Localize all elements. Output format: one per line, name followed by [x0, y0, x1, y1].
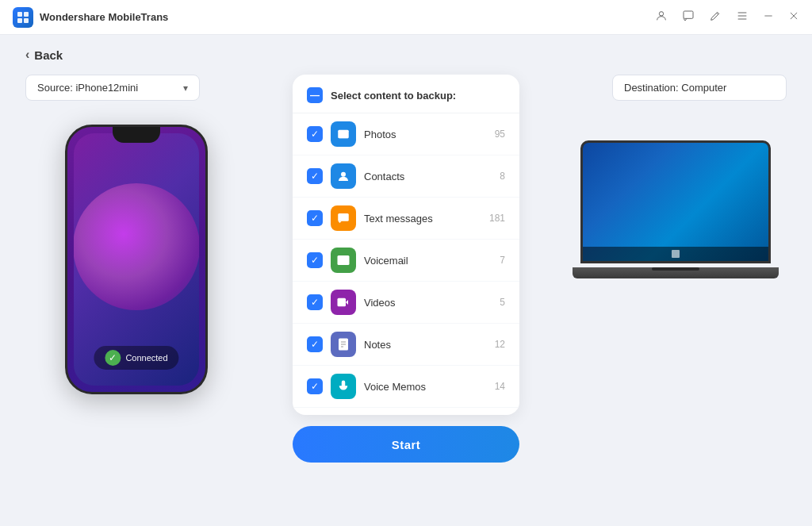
menu-icon[interactable]: [736, 10, 749, 25]
back-button[interactable]: ‹ Back: [25, 48, 787, 62]
phone-notch: [113, 127, 160, 143]
item-icon: [331, 163, 356, 189]
item-checkbox[interactable]: ✓: [307, 294, 323, 310]
list-item: ✓Photos95: [293, 113, 519, 155]
item-count: 5: [500, 297, 505, 308]
phone-device: ✓ Connected: [65, 125, 208, 394]
item-count: 95: [495, 129, 505, 140]
chat-icon[interactable]: [682, 10, 695, 25]
connected-label: Connected: [125, 353, 167, 363]
item-icon: [331, 290, 356, 315]
item-name: Voicemail: [364, 255, 492, 267]
svg-rect-5: [684, 11, 693, 18]
list-item: ✓Contacts8: [293, 155, 519, 198]
back-label: Back: [34, 48, 63, 62]
edit-icon[interactable]: [709, 10, 722, 25]
center-panel: Select content to backup: ✓Photos95✓Cont…: [291, 75, 521, 463]
partial-checkbox[interactable]: [307, 87, 323, 103]
svg-rect-3: [24, 18, 29, 23]
item-count: 12: [495, 339, 505, 350]
laptop-device: [573, 140, 779, 283]
svg-point-13: [340, 132, 343, 134]
right-panel: Destination: Computer: [565, 75, 787, 283]
item-checkbox[interactable]: ✓: [307, 252, 323, 268]
item-name: Photos: [364, 129, 487, 140]
item-checkbox[interactable]: ✓: [307, 336, 323, 352]
phone-orb: [74, 183, 199, 310]
titlebar-controls: [655, 10, 799, 25]
destination-label: Destination: Computer: [624, 82, 726, 94]
connected-badge: ✓ Connected: [94, 346, 178, 370]
svg-marker-18: [346, 300, 348, 305]
item-icon: [331, 248, 356, 273]
svg-point-4: [659, 12, 663, 16]
item-name: Videos: [364, 297, 492, 309]
svg-rect-0: [17, 12, 22, 17]
item-checkbox[interactable]: ✓: [307, 378, 323, 394]
svg-rect-2: [17, 18, 22, 23]
laptop-screen-inner: [583, 143, 768, 261]
taskbar-start-icon: [672, 250, 680, 258]
laptop-container: [565, 140, 787, 283]
source-dropdown-arrow: ▾: [183, 83, 188, 94]
phone-container: ✓ Connected: [25, 125, 247, 394]
close-icon[interactable]: [788, 10, 799, 24]
content-area: Source: iPhone12mini ▾ ✓ Connected: [25, 75, 787, 497]
source-dropdown[interactable]: Source: iPhone12mini ▾: [25, 75, 200, 101]
list-item: ✓Videos5: [293, 282, 519, 324]
selector-header: Select content to backup:: [293, 75, 519, 113]
user-icon[interactable]: [655, 10, 668, 25]
app-logo: [13, 7, 33, 28]
source-label: Source: iPhone12mini: [37, 82, 138, 94]
app-title: Wondershare MobileTrans: [40, 11, 168, 23]
item-count: 7: [500, 255, 505, 266]
list-item: ✓Text messages181: [293, 198, 519, 240]
destination-dropdown[interactable]: Destination: Computer: [612, 75, 787, 101]
titlebar: Wondershare MobileTrans: [0, 0, 812, 35]
laptop-screen: [580, 140, 771, 263]
item-icon: [331, 121, 356, 147]
item-checkbox[interactable]: ✓: [307, 168, 323, 184]
list-item: ✓Voicemail7: [293, 240, 519, 282]
svg-rect-1: [24, 12, 29, 17]
item-icon: [331, 374, 356, 399]
item-name: Text messages: [364, 213, 481, 225]
item-icon: [331, 332, 356, 357]
minimize-icon[interactable]: [763, 10, 774, 24]
item-checkbox[interactable]: ✓: [307, 210, 323, 226]
item-name: Notes: [364, 339, 487, 351]
svg-point-14: [341, 172, 346, 177]
start-button[interactable]: Start: [293, 426, 519, 463]
item-count: 14: [495, 381, 505, 392]
titlebar-left: Wondershare MobileTrans: [13, 7, 168, 28]
main-content: ‹ Back Source: iPhone12mini ▾ ✓ Connecte…: [0, 35, 812, 526]
left-panel: Source: iPhone12mini ▾ ✓ Connected: [25, 75, 247, 394]
selector-card: Select content to backup: ✓Photos95✓Cont…: [293, 75, 519, 415]
item-name: Contacts: [364, 171, 492, 182]
svg-rect-15: [338, 213, 349, 221]
item-icon: [331, 205, 356, 231]
connected-icon: ✓: [105, 350, 121, 366]
item-checkbox[interactable]: ✓: [307, 126, 323, 142]
list-item: ✓Voice Memos14: [293, 366, 519, 408]
svg-rect-17: [338, 298, 347, 307]
items-list: ✓Photos95✓Contacts8✓Text messages181✓Voi…: [293, 113, 519, 415]
laptop-taskbar: [583, 247, 768, 261]
item-count: 8: [500, 171, 505, 182]
list-item: Contact blacklist4: [293, 408, 519, 415]
item-count: 181: [489, 213, 505, 224]
laptop-base: [573, 267, 779, 278]
list-item: ✓Notes12: [293, 324, 519, 366]
back-chevron: ‹: [25, 48, 29, 62]
item-name: Voice Memos: [364, 381, 487, 393]
selector-title: Select content to backup:: [331, 90, 456, 102]
